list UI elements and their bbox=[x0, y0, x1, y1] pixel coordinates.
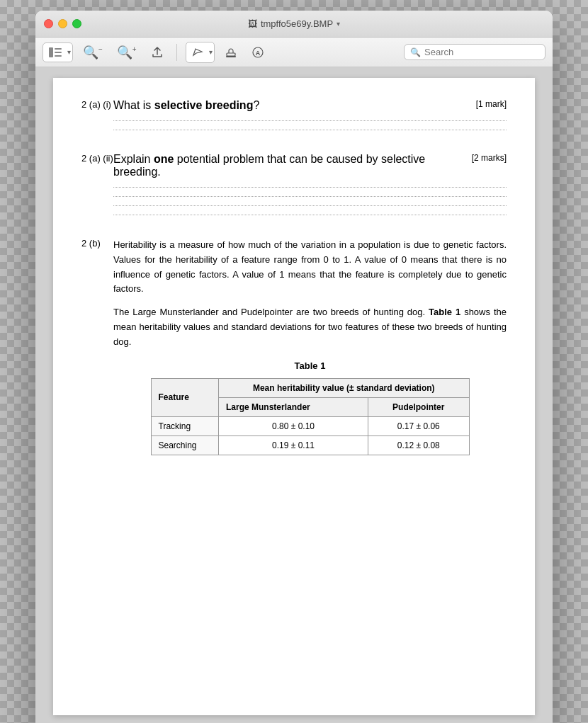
table-cell-tracking-munsterlander: 0.80 ± 0.10 bbox=[219, 416, 368, 435]
file-icon: 🖼 bbox=[248, 18, 257, 29]
table-row-searching: Searching 0.19 ± 0.11 0.12 ± 0.08 bbox=[151, 435, 469, 455]
search-box: 🔍 bbox=[404, 44, 545, 60]
svg-rect-1 bbox=[55, 48, 62, 50]
table-col-header: Mean heritability value (± standard devi… bbox=[219, 378, 469, 397]
sidebar-toggle-button[interactable] bbox=[45, 45, 66, 60]
share-button[interactable] bbox=[147, 43, 168, 62]
titlebar: 🖼 tmpffo5e69y.BMP ▾ bbox=[35, 11, 553, 38]
zoom-out-button[interactable]: 🔍− bbox=[79, 42, 107, 63]
table-cell-tracking-feature: Tracking bbox=[151, 416, 219, 435]
traffic-lights bbox=[44, 19, 81, 28]
toolbar: ▾ 🔍− 🔍+ ▾ bbox=[35, 38, 553, 67]
application-window: 🖼 tmpffo5e69y.BMP ▾ ▾ 🔍− 🔍+ bbox=[35, 11, 553, 723]
svg-rect-0 bbox=[49, 47, 53, 57]
sidebar-toggle-arrow[interactable]: ▾ bbox=[67, 48, 71, 56]
svg-text:A: A bbox=[255, 50, 260, 57]
question-2aii-text: Explain one potential problem that can b… bbox=[113, 153, 465, 178]
document: 2 (a) (i) What is selective breeding? [1… bbox=[53, 78, 535, 715]
question-2b-para2: The Large Munsterlander and Pudelpointer… bbox=[113, 305, 507, 349]
table-col-pudelpointer: Pudelpointer bbox=[368, 397, 470, 416]
table-cell-tracking-pudelpointer: 0.17 ± 0.06 bbox=[368, 416, 470, 435]
svg-rect-5 bbox=[226, 56, 236, 57]
table-row-tracking: Tracking 0.80 ± 0.10 0.17 ± 0.06 bbox=[151, 416, 469, 435]
close-button[interactable] bbox=[44, 19, 53, 28]
stamp-button[interactable] bbox=[220, 43, 242, 62]
question-2aii: 2 (a) (ii) Explain one potential problem… bbox=[81, 153, 507, 224]
sidebar-toggle-group: ▾ bbox=[43, 42, 73, 62]
table-col-large-munsterlander: Large Munsterlander bbox=[219, 397, 368, 416]
markup-group: ▾ bbox=[186, 42, 215, 63]
data-table: Feature Mean heritability value (± stand… bbox=[151, 378, 470, 455]
table-cell-searching-pudelpointer: 0.12 ± 0.08 bbox=[368, 435, 470, 455]
answer-lines-2ai bbox=[113, 120, 507, 130]
minimize-button[interactable] bbox=[58, 19, 67, 28]
answer-lines-2aii bbox=[113, 187, 507, 215]
content-area: 2 (a) (i) What is selective breeding? [1… bbox=[35, 67, 553, 723]
markup-arrow[interactable]: ▾ bbox=[209, 48, 213, 56]
question-2b-para1: Heritability is a measure of how much of… bbox=[113, 238, 507, 297]
window-title: tmpffo5e69y.BMP bbox=[261, 18, 333, 29]
question-2b-number: 2 (b) bbox=[81, 238, 113, 455]
annotate-button[interactable]: A bbox=[247, 43, 268, 62]
table-cell-searching-feature: Searching bbox=[151, 435, 219, 455]
svg-rect-2 bbox=[55, 52, 62, 53]
zoom-in-button[interactable]: 🔍+ bbox=[113, 42, 141, 63]
question-2ai-number: 2 (a) (i) bbox=[81, 99, 113, 139]
toolbar-separator-1 bbox=[176, 44, 177, 61]
question-2ai-row: 2 (a) (i) What is selective breeding? [1… bbox=[81, 99, 507, 139]
question-2ai: 2 (a) (i) What is selective breeding? [1… bbox=[81, 99, 507, 139]
question-2aii-row: 2 (a) (ii) Explain one potential problem… bbox=[81, 153, 507, 224]
question-2ai-marks: [1 mark] bbox=[476, 99, 507, 109]
search-input[interactable] bbox=[424, 47, 539, 57]
title-dropdown-icon[interactable]: ▾ bbox=[337, 20, 340, 28]
markup-button[interactable] bbox=[188, 44, 208, 61]
table-title: Table 1 bbox=[113, 360, 507, 371]
question-2ai-text: What is selective breeding? bbox=[113, 99, 259, 112]
table-cell-searching-munsterlander: 0.19 ± 0.11 bbox=[219, 435, 368, 455]
maximize-button[interactable] bbox=[72, 19, 81, 28]
svg-rect-3 bbox=[55, 55, 62, 57]
question-2b: 2 (b) Heritability is a measure of how m… bbox=[81, 238, 507, 455]
question-2b-row: 2 (b) Heritability is a measure of how m… bbox=[81, 238, 507, 455]
svg-rect-4 bbox=[227, 53, 235, 56]
question-2aii-marks: [2 marks] bbox=[472, 153, 507, 163]
question-2aii-number: 2 (a) (ii) bbox=[81, 153, 113, 224]
table-col-feature: Feature bbox=[151, 378, 219, 416]
search-icon: 🔍 bbox=[410, 47, 421, 57]
titlebar-center: 🖼 tmpffo5e69y.BMP ▾ bbox=[248, 18, 340, 29]
